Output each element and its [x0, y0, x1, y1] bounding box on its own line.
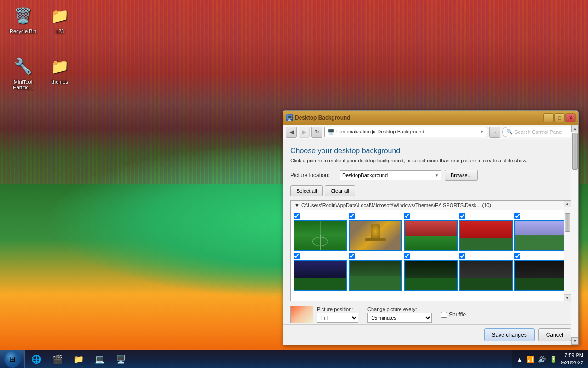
list-item[interactable] [459, 253, 513, 291]
maximize-button[interactable]: □ [554, 113, 565, 122]
forward-button[interactable]: ▶ [299, 126, 310, 138]
taskbar-ie-button[interactable]: 🌐 [28, 351, 45, 368]
picture-position-label: Picture position: [317, 306, 358, 312]
tray-volume-icon[interactable]: 🔊 [538, 356, 546, 363]
start-orb: ⊞ [4, 351, 21, 368]
position-control-group: Picture position: Fill Center Tile Stret… [317, 306, 358, 323]
title-bar[interactable]: 🖥️ Desktop Background ─ □ ✕ [283, 111, 578, 125]
browse-button[interactable]: Browse... [445, 170, 478, 181]
taskbar-computer-button[interactable]: 💻 [91, 351, 108, 368]
themes-label: themes [41, 79, 78, 85]
shuffle-label: Shuffle [449, 311, 466, 318]
clock-date: 9/28/2022 [561, 359, 583, 366]
image-checkbox-10[interactable] [514, 253, 520, 259]
image-checkbox-8[interactable] [404, 253, 410, 259]
image-checkbox-5[interactable] [514, 213, 520, 219]
minimize-button[interactable]: ─ [543, 113, 554, 122]
close-button[interactable]: ✕ [565, 113, 576, 122]
image-checkbox-6[interactable] [294, 253, 300, 259]
recycle-bin-label: Recycle Bin [5, 29, 41, 34]
image-thumb-2[interactable] [349, 220, 402, 251]
address-bar: ◀ ▶ ↻ 🖥️ Personalization ▶ Desktop Backg… [283, 125, 578, 139]
back-button[interactable]: ◀ [286, 126, 297, 138]
folder-path: C:\Users\Rodin\AppData\Local\Microsoft\W… [301, 202, 491, 208]
list-item[interactable] [404, 253, 457, 291]
list-item[interactable] [404, 213, 457, 251]
desktop-icon-themes[interactable]: 📁 themes [41, 55, 78, 85]
image-checkbox-3[interactable] [404, 213, 410, 219]
start-button[interactable]: ⊞ [0, 350, 25, 368]
list-item[interactable] [349, 213, 402, 251]
tray-network-icon[interactable]: 📶 [526, 356, 534, 363]
picture-location-row: Picture location: DesktopBackground ▼ Br… [290, 170, 571, 181]
image-thumb-8[interactable] [404, 260, 457, 291]
desktop-icon-123[interactable]: 📁 123 [41, 5, 78, 34]
dialog-footer: Save changes Cancel [283, 324, 578, 345]
shuffle-checkbox[interactable] [441, 312, 447, 318]
image-thumb-6[interactable] [294, 260, 347, 291]
image-thumb-7[interactable] [349, 260, 402, 291]
desktop-icon-minitool[interactable]: 🔧 MiniTool Partitio... [5, 55, 41, 90]
clock[interactable]: 7:59 PM 9/28/2022 [561, 352, 583, 366]
cancel-button[interactable]: Cancel [538, 328, 571, 341]
page-subtext: Click a picture to make it your desktop … [290, 158, 571, 163]
list-item[interactable] [349, 253, 402, 291]
breadcrumb-arrow-icon: ▼ [480, 129, 484, 134]
image-checkbox-7[interactable] [349, 253, 355, 259]
clock-time: 7:59 PM [561, 352, 583, 359]
change-every-group: Change picture every: 15 minutes 30 minu… [368, 306, 432, 323]
save-changes-button[interactable]: Save changes [484, 328, 535, 341]
go-button[interactable]: → [489, 126, 500, 138]
main-scroll-down-button[interactable]: ▼ [571, 337, 579, 345]
image-thumb-10[interactable] [514, 260, 568, 291]
select-all-button[interactable]: Select all [290, 185, 323, 196]
image-checkbox-4[interactable] [459, 213, 465, 219]
image-grid [291, 210, 571, 294]
list-item[interactable] [294, 253, 347, 291]
image-thumb-1[interactable] [294, 220, 347, 251]
list-item[interactable] [514, 213, 568, 251]
taskbar-icons: 🌐 🎬 📁 💻 🖥️ [27, 351, 130, 368]
image-checkbox-1[interactable] [294, 213, 300, 219]
grid-scroll-up-button[interactable]: ▲ [564, 201, 571, 207]
recycle-bin-icon: 🗑️ [12, 5, 34, 27]
desktop-icon-recycle-bin[interactable]: 🗑️ Recycle Bin [5, 5, 41, 34]
picture-location-label: Picture location: [290, 172, 336, 178]
picture-position-select[interactable]: Fill Center Tile Stretch Fit [317, 313, 358, 323]
title-bar-text: Desktop Background [295, 115, 351, 121]
taskbar-media-button[interactable]: 🎬 [49, 351, 66, 368]
image-thumb-5[interactable] [514, 220, 568, 251]
minitool-icon: 🔧 [12, 55, 34, 77]
taskbar-files-button[interactable]: 📁 [70, 351, 87, 368]
list-item[interactable] [459, 213, 513, 251]
image-grid-container: ▼ C:\Users\Rodin\AppData\Local\Microsoft… [290, 200, 571, 301]
grid-scroll-thumb[interactable] [565, 213, 570, 232]
tray-battery-icon[interactable]: 🔋 [549, 356, 557, 363]
desktop: 🗑️ Recycle Bin 📁 123 🔧 MiniTool Partitio… [0, 0, 588, 368]
image-thumb-4[interactable] [459, 220, 513, 251]
dialog-window: 🖥️ Desktop Background ─ □ ✕ ◀ ▶ ↻ 🖥️ Per… [283, 110, 579, 345]
bottom-options: Picture position: Fill Center Tile Stret… [290, 306, 571, 323]
refresh-button[interactable]: ↻ [311, 126, 322, 138]
list-item[interactable] [514, 253, 568, 291]
search-box[interactable]: 🔍 Search Control Panel [502, 127, 576, 137]
clear-all-button[interactable]: Clear all [325, 185, 355, 196]
image-checkbox-2[interactable] [349, 213, 355, 219]
image-checkbox-9[interactable] [459, 253, 465, 259]
image-thumb-3[interactable] [404, 220, 457, 251]
picture-location-dropdown[interactable]: DesktopBackground ▼ [340, 170, 441, 180]
tray-up-icon[interactable]: ▲ [516, 356, 523, 363]
taskbar: ⊞ 🌐 🎬 📁 💻 🖥️ ▲ 📶 🔊 🔋 7:59 PM 9/28/2022 [0, 350, 588, 368]
taskbar-network-button[interactable]: 🖥️ [112, 351, 130, 368]
image-thumb-9[interactable] [459, 260, 513, 291]
breadcrumb-text: Personalization ▶ Desktop Background [336, 129, 424, 135]
change-every-select[interactable]: 15 minutes 30 minutes 1 hour 6 hours 1 d… [368, 313, 432, 323]
list-item[interactable] [294, 213, 347, 251]
themes-icon: 📁 [49, 55, 71, 77]
main-content: Choose your desktop background Click a p… [283, 139, 578, 324]
grid-folder-header: ▼ C:\Users\Rodin\AppData\Local\Microsoft… [291, 201, 571, 210]
main-scroll-up-button[interactable]: ▲ [571, 125, 579, 132]
main-scroll-thumb[interactable] [572, 133, 578, 170]
grid-scroll-down-button[interactable]: ▼ [564, 294, 571, 301]
breadcrumb-home-icon: 🖥️ [328, 129, 334, 135]
